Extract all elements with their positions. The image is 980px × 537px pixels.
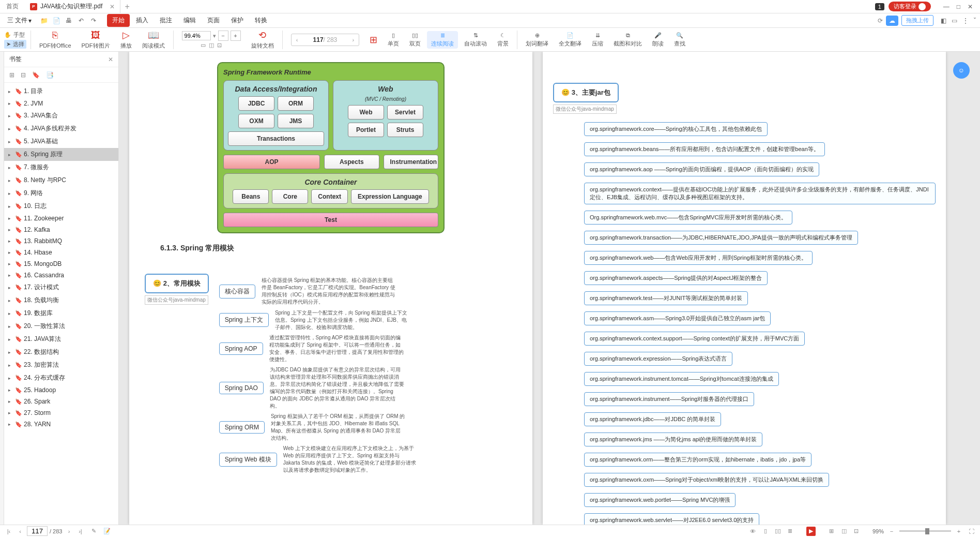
maximize-icon[interactable]: □ [957, 3, 960, 10]
menu-tab-0[interactable]: 开始 [107, 14, 130, 27]
bookmark-item[interactable]: ▸🔖7. 微服务 [4, 161, 118, 174]
bookmark-item[interactable]: ▸🔖23. 加密算法 [4, 359, 118, 371]
compress-button[interactable]: ⇊压缩 [588, 32, 607, 48]
minimize-icon[interactable]: — [943, 3, 950, 10]
note-icon[interactable]: 📝 [102, 527, 112, 536]
bookmark-item[interactable]: ▸🔖2. JVM [4, 98, 118, 109]
bookmark-item[interactable]: ▸🔖5. JAVA基础 [4, 135, 118, 148]
bookmark-item[interactable]: ▸🔖19. 数据库 [4, 307, 118, 320]
find-button[interactable]: 🔍查找 [670, 32, 690, 48]
fit-page-icon[interactable]: ◫ [209, 42, 214, 49]
status-page-input[interactable] [27, 526, 48, 536]
collapse-icon[interactable]: ˇ [974, 17, 976, 24]
layout1-icon[interactable]: ⊞ [827, 527, 836, 536]
bookmark-item[interactable]: ▸🔖18. 负载均衡 [4, 294, 118, 307]
menu-tab-2[interactable]: 批注 [155, 14, 177, 27]
window-icon[interactable]: ▭ [952, 17, 957, 24]
add-tab-button[interactable]: + [120, 2, 134, 11]
bookmark-item[interactable]: ▸🔖24. 分布式缓存 [4, 371, 118, 384]
layout3-icon[interactable]: ⊡ [852, 527, 861, 536]
double-page-button[interactable]: ▯▯双页 [405, 32, 425, 48]
view-continuous-icon[interactable]: ≣ [786, 527, 795, 536]
pdf-to-office-button[interactable]: ⎘PDF转Office [35, 30, 75, 50]
bookmark-item[interactable]: ▸🔖21. JAVA算法 [4, 333, 118, 346]
file-tab[interactable]: P JAVA核心知识整理.pdf ✕ [25, 0, 120, 13]
guest-login-button[interactable]: 访客登录 [889, 2, 931, 11]
bookmark-item[interactable]: ▸🔖10. 日志 [4, 200, 118, 213]
menu-tab-6[interactable]: 转换 [250, 14, 272, 27]
document-viewer[interactable]: ☺ Spring Framework Runtime Data Access/I… [119, 52, 980, 525]
annotation-icon[interactable]: ✎ [89, 527, 98, 536]
zoom-out-button[interactable]: − [218, 31, 228, 41]
bookmark-list-icon[interactable]: 📑 [46, 71, 54, 79]
screenshot-button[interactable]: ⧉截图和对比 [609, 32, 646, 48]
bookmark-item[interactable]: ▸🔖15. MongoDB [4, 258, 118, 270]
actual-size-icon[interactable]: ⊡ [217, 42, 222, 49]
float-assistant-icon[interactable]: ☺ [953, 62, 970, 79]
redo-icon[interactable]: ↷ [89, 17, 98, 24]
bookmark-item[interactable]: ▸🔖16. Cassandra [4, 270, 118, 281]
notification-badge[interactable]: 1 [875, 3, 884, 10]
menu-tab-1[interactable]: 插入 [131, 14, 154, 27]
prev-page-status-button[interactable]: ‹ [16, 527, 25, 536]
close-bookmark-icon[interactable]: ✕ [108, 56, 113, 63]
bookmark-item[interactable]: ▸🔖20. 一致性算法 [4, 320, 118, 333]
bookmark-item[interactable]: ▸🔖9. 网络 [4, 187, 118, 200]
pdf-to-image-button[interactable]: 🖼PDF转图片 [78, 30, 114, 50]
continuous-read-button[interactable]: ≣连续阅读 [427, 31, 458, 49]
prev-page-button[interactable]: ‹ [292, 34, 303, 46]
more-icon[interactable]: ⋮ [962, 17, 969, 24]
bookmark-item[interactable]: ▸🔖6. Spring 原理 [4, 148, 118, 161]
skin-icon[interactable]: ◧ [941, 17, 946, 24]
play-button[interactable]: ▷播放 [116, 29, 136, 50]
bookmark-item[interactable]: ▸🔖17. 设计模式 [4, 281, 118, 294]
menu-tab-3[interactable]: 编辑 [178, 14, 201, 27]
bookmark-item[interactable]: ▸🔖26. Spark [4, 396, 118, 407]
current-page[interactable]: 117 [313, 36, 324, 43]
bookmark-item[interactable]: ▸🔖4. JAVA多线程并发 [4, 122, 118, 135]
close-window-icon[interactable]: ✕ [968, 3, 973, 10]
next-page-button[interactable]: › [347, 34, 359, 46]
bookmark-item[interactable]: ▸🔖22. 数据结构 [4, 346, 118, 359]
bookmark-item[interactable]: ▸🔖28. YARN [4, 419, 118, 430]
fit-width-icon[interactable]: ▭ [201, 42, 206, 49]
collapse-icon[interactable]: ⊟ [21, 71, 26, 79]
first-page-button[interactable]: |‹ [4, 527, 13, 536]
view-single-icon[interactable]: ▯ [761, 527, 770, 536]
zoom-slider[interactable] [899, 530, 951, 532]
file-menu[interactable]: 三 文件 ▾ [4, 16, 35, 25]
open-icon[interactable]: 📁 [40, 17, 48, 24]
background-button[interactable]: ☾背景 [493, 32, 513, 48]
expand-icon[interactable]: ⊞ [9, 71, 14, 79]
select-tool[interactable]: ➤选择 [4, 40, 26, 49]
zoom-in-status[interactable]: + [954, 527, 963, 536]
cloud-icon[interactable]: ☁ [886, 16, 898, 26]
zoom-input[interactable] [182, 31, 211, 40]
menu-tab-5[interactable]: 保护 [226, 14, 249, 27]
undo-icon[interactable]: ↶ [77, 17, 85, 24]
bookmark-item[interactable]: ▸🔖25. Hadoop [4, 384, 118, 396]
zoom-out-status[interactable]: − [887, 527, 896, 536]
word-translate-button[interactable]: ⊕划词翻译 [522, 32, 553, 48]
full-translate-button[interactable]: 📄全文翻译 [555, 32, 586, 48]
view-double-icon[interactable]: ▯▯ [773, 527, 783, 536]
upload-button[interactable]: 拖拽上传 [901, 15, 933, 26]
bookmark-item[interactable]: ▸🔖27. Storm [4, 407, 118, 419]
zoom-in-button[interactable]: + [231, 31, 241, 41]
bookmark-item[interactable]: ▸🔖8. Netty 与RPC [4, 174, 118, 187]
print-icon[interactable]: 🖶 [65, 17, 73, 24]
play-status-icon[interactable]: ▶ [806, 527, 816, 536]
bookmark-item[interactable]: ▸🔖1. 目录 [4, 85, 118, 98]
layout2-icon[interactable]: ◫ [839, 527, 849, 536]
bookmark-item[interactable]: ▸🔖3. JAVA集合 [4, 109, 118, 122]
single-page-button[interactable]: ▯单页 [384, 32, 403, 48]
rotate-button[interactable]: ⟲旋转文档 [247, 29, 278, 50]
read-aloud-button[interactable]: 🎤朗读 [648, 32, 668, 48]
hand-tool[interactable]: ✋手型 [4, 31, 26, 39]
sidebar-rail[interactable] [0, 52, 4, 525]
menu-tab-4[interactable]: 页面 [202, 14, 225, 27]
save-icon[interactable]: 📄 [52, 17, 60, 24]
cloud-sync-icon[interactable]: ⟳ [878, 17, 883, 24]
bookmark-item[interactable]: ▸🔖13. RabbitMQ [4, 235, 118, 247]
bookmark-item[interactable]: ▸🔖11. Zookeeper [4, 213, 118, 224]
